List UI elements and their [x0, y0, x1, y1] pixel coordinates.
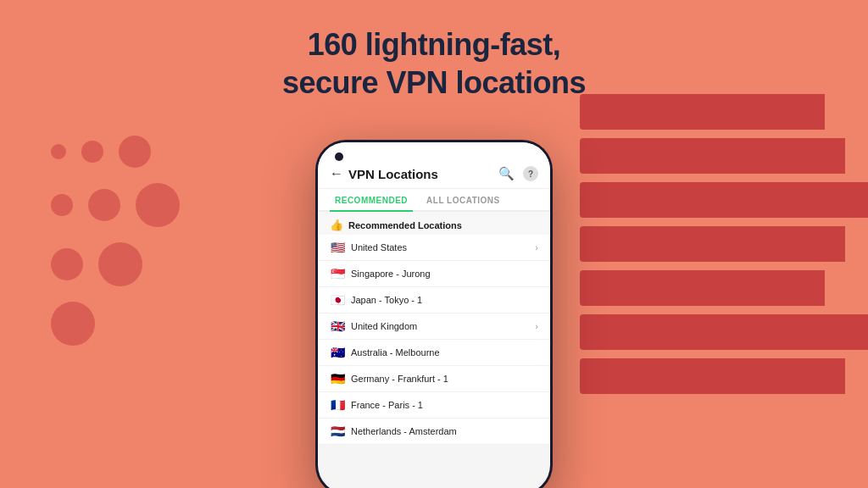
- list-item[interactable]: 🇳🇱 Netherlands - Amsterdam: [318, 419, 550, 445]
- section-header-text: Recommended Locations: [348, 220, 462, 230]
- list-item[interactable]: 🇫🇷 France - Paris - 1: [318, 392, 550, 419]
- phone-mockup: ← VPN Locations 🔍 ? RECOMMENDED ALL LOCA…: [315, 140, 553, 488]
- phone-screen: ← VPN Locations 🔍 ? RECOMMENDED ALL LOCA…: [318, 142, 550, 488]
- stripe-2: [580, 138, 845, 174]
- location-left: 🇩🇪 Germany - Frankfurt - 1: [330, 372, 448, 385]
- location-left: 🇯🇵 Japan - Tokyo - 1: [330, 293, 422, 307]
- location-left: 🇺🇸 United States: [330, 241, 407, 254]
- stripe-5: [580, 270, 825, 306]
- flag-nl: 🇳🇱: [330, 424, 345, 438]
- headline-line1: 160 lightning-fast,: [0, 25, 868, 64]
- app-title: VPN Locations: [348, 167, 438, 181]
- stripe-7: [580, 358, 845, 394]
- location-left: 🇸🇬 Singapore - Jurong: [330, 267, 431, 280]
- dot: [136, 183, 180, 227]
- list-item[interactable]: 🇯🇵 Japan - Tokyo - 1: [318, 287, 550, 313]
- location-name: Singapore - Jurong: [351, 269, 431, 279]
- dot: [119, 136, 151, 168]
- flag-au: 🇦🇺: [330, 346, 345, 359]
- location-left: 🇦🇺 Australia - Melbourne: [330, 346, 440, 359]
- section-header: 👍 Recommended Locations: [318, 212, 550, 235]
- location-left: 🇬🇧 United Kingdom: [330, 319, 417, 333]
- back-button[interactable]: ←: [330, 166, 343, 181]
- location-name: United States: [351, 242, 407, 252]
- header-icons: 🔍 ?: [498, 166, 538, 181]
- app-header: ← VPN Locations 🔍 ?: [318, 142, 550, 189]
- thumbs-up-icon: 👍: [330, 219, 343, 231]
- stripe-4: [580, 226, 845, 262]
- dot: [51, 194, 73, 216]
- dot: [88, 189, 120, 221]
- dot: [51, 248, 83, 280]
- app-header-left: ← VPN Locations: [330, 166, 438, 181]
- list-item[interactable]: 🇦🇺 Australia - Melbourne: [318, 340, 550, 366]
- help-icon[interactable]: ?: [523, 166, 538, 181]
- location-name: Germany - Frankfurt - 1: [351, 374, 448, 384]
- headline: 160 lightning-fast, secure VPN locations: [0, 25, 868, 102]
- search-icon[interactable]: 🔍: [498, 166, 515, 181]
- tab-recommended[interactable]: RECOMMENDED: [330, 189, 413, 212]
- phone-body: ← VPN Locations 🔍 ? RECOMMENDED ALL LOCA…: [315, 140, 553, 488]
- location-name: Japan - Tokyo - 1: [351, 295, 422, 305]
- flag-de: 🇩🇪: [330, 372, 345, 385]
- location-name: Netherlands - Amsterdam: [351, 426, 457, 436]
- stripe-3: [580, 182, 868, 218]
- list-item[interactable]: 🇩🇪 Germany - Frankfurt - 1: [318, 366, 550, 392]
- headline-line2: secure VPN locations: [0, 64, 868, 102]
- stripe-6: [580, 314, 868, 350]
- flag-fr: 🇫🇷: [330, 398, 345, 412]
- flag-sg: 🇸🇬: [330, 267, 345, 280]
- flag-us: 🇺🇸: [330, 241, 345, 254]
- dot: [81, 141, 103, 163]
- list-item[interactable]: 🇺🇸 United States ›: [318, 235, 550, 261]
- list-item[interactable]: 🇸🇬 Singapore - Jurong: [318, 261, 550, 287]
- dot: [51, 144, 66, 159]
- location-left: 🇳🇱 Netherlands - Amsterdam: [330, 424, 457, 438]
- chevron-icon: ›: [535, 321, 538, 331]
- tab-all-locations[interactable]: ALL LOCATIONS: [421, 189, 505, 210]
- chevron-icon: ›: [535, 242, 538, 252]
- decorative-dots: [51, 136, 180, 346]
- dot: [51, 302, 95, 346]
- location-name: United Kingdom: [351, 321, 417, 331]
- location-list: 🇺🇸 United States › 🇸🇬 Singapore - Jurong…: [318, 235, 550, 445]
- tabs: RECOMMENDED ALL LOCATIONS: [318, 189, 550, 212]
- flag-gb: 🇬🇧: [330, 319, 345, 333]
- list-item[interactable]: 🇬🇧 United Kingdom ›: [318, 313, 550, 340]
- camera-dot: [335, 152, 343, 161]
- location-left: 🇫🇷 France - Paris - 1: [330, 398, 423, 412]
- location-name: France - Paris - 1: [351, 400, 423, 410]
- location-name: Australia - Melbourne: [351, 347, 440, 358]
- flag-jp: 🇯🇵: [330, 293, 345, 307]
- dot: [98, 242, 142, 286]
